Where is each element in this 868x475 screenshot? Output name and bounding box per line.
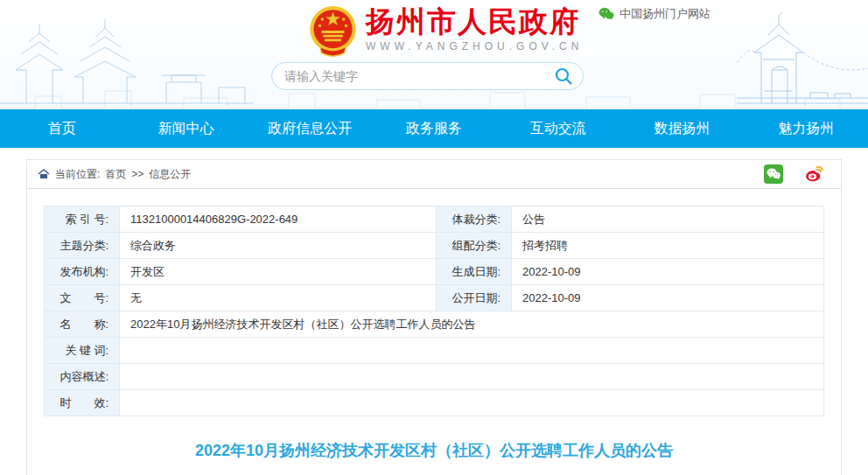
meta-label: 生成日期:	[437, 259, 512, 285]
nav-item-charm[interactable]: 魅力扬州	[744, 109, 868, 148]
weibo-share-icon[interactable]	[804, 164, 823, 184]
meta-value: 开发区	[120, 259, 437, 285]
meta-label: 公开日期:	[437, 285, 512, 311]
nav-item-services[interactable]: 政务服务	[372, 109, 496, 148]
nav-item-data[interactable]: 数据扬州	[620, 109, 745, 148]
meta-label: 时 效:	[45, 390, 120, 416]
meta-label: 索 引 号:	[45, 206, 120, 233]
home-icon	[38, 169, 50, 179]
wechat-share-icon[interactable]	[764, 164, 783, 184]
nav-item-home[interactable]: 首页	[0, 109, 124, 148]
site-header: 扬州市人民政府 WWW.YANGZHOU.GOV.CN 中国扬州门户网站	[0, 0, 868, 109]
table-row: 内容概述:	[45, 364, 824, 390]
table-row: 关 键 词:	[45, 338, 824, 364]
search-icon	[553, 66, 574, 87]
meta-label: 关 键 词:	[45, 338, 120, 364]
search-bar	[271, 62, 584, 90]
site-url: WWW.YANGZHOU.GOV.CN	[366, 40, 583, 52]
nav-item-news[interactable]: 新闻中心	[124, 109, 248, 148]
table-row: 索 引 号: 11321000014406829G-2022-649 体裁分类:…	[45, 206, 824, 233]
main-nav: 首页 新闻中心 政府信息公开 政务服务 互动交流 数据扬州 魅力扬州	[0, 109, 868, 148]
nav-item-interaction[interactable]: 互动交流	[496, 109, 620, 148]
table-row: 文 号: 无 公开日期: 2022-10-09	[45, 285, 824, 311]
article-title: 2022年10月扬州经济技术开发区村（社区）公开选聘工作人员的公告	[27, 440, 841, 461]
document-metadata-table: 索 引 号: 11321000014406829G-2022-649 体裁分类:…	[44, 206, 824, 416]
site-logo[interactable]: 扬州市人民政府 WWW.YANGZHOU.GOV.CN	[308, 5, 583, 58]
meta-value: 综合政务	[120, 233, 437, 259]
meta-value: 2022年10月扬州经济技术开发区村（社区）公开选聘工作人员的公告	[120, 311, 824, 338]
share-buttons	[764, 164, 832, 184]
nav-item-gov-info[interactable]: 政府信息公开	[248, 109, 372, 148]
meta-label: 组配分类:	[437, 233, 512, 259]
table-row: 发布机构: 开发区 生成日期: 2022-10-09	[45, 259, 824, 285]
table-row: 主题分类: 综合政务 组配分类: 招考招聘	[45, 233, 824, 259]
meta-value: 2022-10-09	[512, 285, 824, 311]
meta-value: 2022-10-09	[512, 259, 824, 285]
site-name: 扬州市人民政府	[366, 5, 583, 38]
meta-value: 11321000014406829G-2022-649	[120, 206, 437, 233]
bridge-tower-sketch-decoration	[737, 7, 868, 108]
meta-label: 主题分类:	[45, 233, 120, 259]
search-input[interactable]	[284, 69, 553, 83]
meta-value	[120, 364, 824, 390]
meta-value: 无	[120, 285, 437, 311]
meta-label: 体裁分类:	[437, 206, 512, 233]
breadcrumb-home-link[interactable]: 首页	[105, 167, 126, 182]
meta-value: 招考招聘	[512, 233, 824, 259]
wechat-icon	[598, 7, 614, 21]
meta-value: 公告	[512, 206, 824, 233]
breadcrumb: 当前位置: 首页 >> 信息公开	[27, 160, 841, 189]
content-panel: 当前位置: 首页 >> 信息公开	[26, 159, 842, 475]
meta-value	[120, 338, 824, 364]
meta-label: 文 号:	[45, 285, 120, 311]
search-button[interactable]	[553, 66, 574, 87]
breadcrumb-current-link[interactable]: 信息公开	[149, 167, 191, 182]
breadcrumb-separator: >>	[131, 168, 144, 180]
meta-label: 内容概述:	[45, 364, 120, 390]
national-emblem-icon	[308, 5, 358, 58]
meta-value	[120, 390, 824, 416]
portal-link[interactable]: 中国扬州门户网站	[598, 6, 710, 22]
meta-label: 发布机构:	[45, 259, 120, 285]
table-row: 时 效:	[45, 390, 824, 416]
pagoda-sketch-decoration	[0, 9, 254, 107]
portal-label: 中国扬州门户网站	[620, 6, 710, 22]
meta-label: 名 称:	[45, 311, 120, 338]
breadcrumb-prefix: 当前位置:	[55, 167, 100, 182]
table-row: 名 称: 2022年10月扬州经济技术开发区村（社区）公开选聘工作人员的公告	[45, 311, 824, 338]
spacer	[0, 148, 868, 159]
